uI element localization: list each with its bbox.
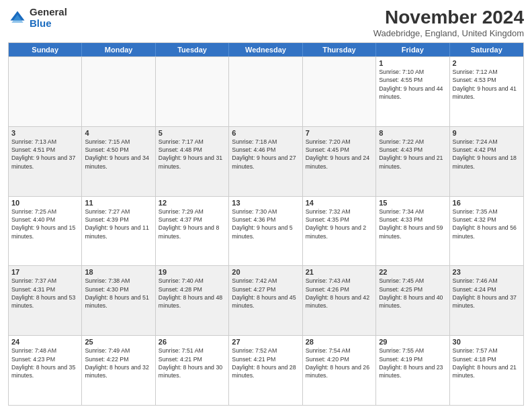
cal-cell: 14Sunrise: 7:32 AM Sunset: 4:35 PM Dayli… <box>303 197 376 266</box>
day-info: Sunrise: 7:27 AM Sunset: 4:39 PM Dayligh… <box>85 208 152 240</box>
day-number: 10 <box>11 199 79 207</box>
day-number: 12 <box>159 199 226 207</box>
day-info: Sunrise: 7:34 AM Sunset: 4:33 PM Dayligh… <box>379 208 446 240</box>
cal-header-cell: Wednesday <box>229 43 302 56</box>
day-number: 5 <box>159 129 226 137</box>
calendar-header: SundayMondayTuesdayWednesdayThursdayFrid… <box>9 43 523 56</box>
day-number: 13 <box>232 199 299 207</box>
day-info: Sunrise: 7:46 AM Sunset: 4:24 PM Dayligh… <box>453 277 521 310</box>
day-info: Sunrise: 7:10 AM Sunset: 4:55 PM Dayligh… <box>379 68 446 101</box>
cal-cell: 30Sunrise: 7:57 AM Sunset: 4:18 PM Dayli… <box>450 336 523 405</box>
header: General Blue November 2024 Wadebridge, E… <box>8 7 524 38</box>
cal-cell <box>156 57 229 126</box>
day-number: 28 <box>306 338 373 346</box>
day-number: 26 <box>159 338 226 346</box>
day-number: 17 <box>11 268 79 276</box>
cal-cell: 23Sunrise: 7:46 AM Sunset: 4:24 PM Dayli… <box>450 266 523 335</box>
day-info: Sunrise: 7:54 AM Sunset: 4:20 PM Dayligh… <box>306 347 373 379</box>
day-info: Sunrise: 7:24 AM Sunset: 4:42 PM Dayligh… <box>453 138 521 171</box>
cal-cell <box>229 57 302 126</box>
cal-cell: 19Sunrise: 7:40 AM Sunset: 4:28 PM Dayli… <box>156 266 229 335</box>
cal-cell: 21Sunrise: 7:43 AM Sunset: 4:26 PM Dayli… <box>303 266 376 335</box>
cal-cell <box>9 57 82 126</box>
cal-row: 17Sunrise: 7:37 AM Sunset: 4:31 PM Dayli… <box>9 265 523 335</box>
day-number: 1 <box>379 59 446 67</box>
cal-cell: 29Sunrise: 7:55 AM Sunset: 4:19 PM Dayli… <box>376 336 449 405</box>
cal-cell: 22Sunrise: 7:45 AM Sunset: 4:25 PM Dayli… <box>376 266 449 335</box>
cal-cell: 15Sunrise: 7:34 AM Sunset: 4:33 PM Dayli… <box>376 197 449 266</box>
cal-cell: 9Sunrise: 7:24 AM Sunset: 4:42 PM Daylig… <box>450 127 523 196</box>
cal-cell: 12Sunrise: 7:29 AM Sunset: 4:37 PM Dayli… <box>156 197 229 266</box>
day-info: Sunrise: 7:49 AM Sunset: 4:22 PM Dayligh… <box>85 347 152 379</box>
day-info: Sunrise: 7:48 AM Sunset: 4:23 PM Dayligh… <box>11 347 79 379</box>
cal-row: 10Sunrise: 7:25 AM Sunset: 4:40 PM Dayli… <box>9 196 523 266</box>
day-number: 30 <box>453 338 521 346</box>
cal-header-cell: Thursday <box>303 43 376 56</box>
cal-row: 24Sunrise: 7:48 AM Sunset: 4:23 PM Dayli… <box>9 335 523 405</box>
day-info: Sunrise: 7:32 AM Sunset: 4:35 PM Dayligh… <box>306 208 373 240</box>
cal-cell <box>303 57 376 126</box>
cal-cell: 11Sunrise: 7:27 AM Sunset: 4:39 PM Dayli… <box>82 197 155 266</box>
location: Wadebridge, England, United Kingdom <box>373 28 524 38</box>
day-info: Sunrise: 7:55 AM Sunset: 4:19 PM Dayligh… <box>379 347 446 379</box>
day-number: 14 <box>306 199 373 207</box>
day-number: 7 <box>306 129 373 137</box>
cal-cell: 8Sunrise: 7:22 AM Sunset: 4:43 PM Daylig… <box>376 127 449 196</box>
logo-general: General <box>30 7 67 18</box>
day-number: 6 <box>232 129 299 137</box>
cal-cell: 28Sunrise: 7:54 AM Sunset: 4:20 PM Dayli… <box>303 336 376 405</box>
day-number: 22 <box>379 268 446 276</box>
day-number: 24 <box>11 338 79 346</box>
cal-header-cell: Friday <box>376 43 449 56</box>
cal-header-cell: Sunday <box>9 43 82 56</box>
cal-cell: 24Sunrise: 7:48 AM Sunset: 4:23 PM Dayli… <box>9 336 82 405</box>
calendar-body: 1Sunrise: 7:10 AM Sunset: 4:55 PM Daylig… <box>9 56 523 405</box>
cal-cell: 20Sunrise: 7:42 AM Sunset: 4:27 PM Dayli… <box>229 266 302 335</box>
day-number: 25 <box>85 338 152 346</box>
cal-header-cell: Monday <box>82 43 155 56</box>
day-number: 4 <box>85 129 152 137</box>
day-number: 8 <box>379 129 446 137</box>
day-info: Sunrise: 7:42 AM Sunset: 4:27 PM Dayligh… <box>232 277 299 310</box>
cal-cell: 13Sunrise: 7:30 AM Sunset: 4:36 PM Dayli… <box>229 197 302 266</box>
day-info: Sunrise: 7:20 AM Sunset: 4:45 PM Dayligh… <box>306 138 373 171</box>
day-info: Sunrise: 7:40 AM Sunset: 4:28 PM Dayligh… <box>159 277 226 310</box>
day-info: Sunrise: 7:13 AM Sunset: 4:51 PM Dayligh… <box>11 138 79 171</box>
day-info: Sunrise: 7:43 AM Sunset: 4:26 PM Dayligh… <box>306 277 373 310</box>
day-info: Sunrise: 7:45 AM Sunset: 4:25 PM Dayligh… <box>379 277 446 310</box>
cal-cell: 10Sunrise: 7:25 AM Sunset: 4:40 PM Dayli… <box>9 197 82 266</box>
day-info: Sunrise: 7:29 AM Sunset: 4:37 PM Dayligh… <box>159 208 226 240</box>
day-info: Sunrise: 7:25 AM Sunset: 4:40 PM Dayligh… <box>11 208 79 240</box>
day-info: Sunrise: 7:38 AM Sunset: 4:30 PM Dayligh… <box>85 277 152 310</box>
cal-cell: 25Sunrise: 7:49 AM Sunset: 4:22 PM Dayli… <box>82 336 155 405</box>
cal-cell: 1Sunrise: 7:10 AM Sunset: 4:55 PM Daylig… <box>376 57 449 126</box>
cal-cell: 2Sunrise: 7:12 AM Sunset: 4:53 PM Daylig… <box>450 57 523 126</box>
cal-cell: 17Sunrise: 7:37 AM Sunset: 4:31 PM Dayli… <box>9 266 82 335</box>
month-title: November 2024 <box>373 7 524 28</box>
day-info: Sunrise: 7:22 AM Sunset: 4:43 PM Dayligh… <box>379 138 446 171</box>
day-number: 27 <box>232 338 299 346</box>
cal-row: 3Sunrise: 7:13 AM Sunset: 4:51 PM Daylig… <box>9 126 523 196</box>
day-info: Sunrise: 7:18 AM Sunset: 4:46 PM Dayligh… <box>232 138 299 171</box>
cal-cell: 5Sunrise: 7:17 AM Sunset: 4:48 PM Daylig… <box>156 127 229 196</box>
day-number: 16 <box>453 199 521 207</box>
day-info: Sunrise: 7:57 AM Sunset: 4:18 PM Dayligh… <box>453 347 521 379</box>
day-info: Sunrise: 7:12 AM Sunset: 4:53 PM Dayligh… <box>453 68 521 101</box>
logo: General Blue <box>8 7 67 29</box>
day-number: 3 <box>11 129 79 137</box>
cal-cell: 18Sunrise: 7:38 AM Sunset: 4:30 PM Dayli… <box>82 266 155 335</box>
cal-cell: 6Sunrise: 7:18 AM Sunset: 4:46 PM Daylig… <box>229 127 302 196</box>
day-info: Sunrise: 7:37 AM Sunset: 4:31 PM Dayligh… <box>11 277 79 310</box>
cal-cell: 16Sunrise: 7:35 AM Sunset: 4:32 PM Dayli… <box>450 197 523 266</box>
day-info: Sunrise: 7:30 AM Sunset: 4:36 PM Dayligh… <box>232 208 299 240</box>
day-info: Sunrise: 7:35 AM Sunset: 4:32 PM Dayligh… <box>453 208 521 240</box>
cal-header-cell: Saturday <box>450 43 523 56</box>
day-info: Sunrise: 7:52 AM Sunset: 4:21 PM Dayligh… <box>232 347 299 379</box>
day-info: Sunrise: 7:51 AM Sunset: 4:21 PM Dayligh… <box>159 347 226 379</box>
cal-cell: 26Sunrise: 7:51 AM Sunset: 4:21 PM Dayli… <box>156 336 229 405</box>
day-number: 23 <box>453 268 521 276</box>
day-number: 18 <box>85 268 152 276</box>
cal-cell: 4Sunrise: 7:15 AM Sunset: 4:50 PM Daylig… <box>82 127 155 196</box>
cal-header-cell: Tuesday <box>156 43 229 56</box>
logo-blue: Blue <box>30 18 67 30</box>
